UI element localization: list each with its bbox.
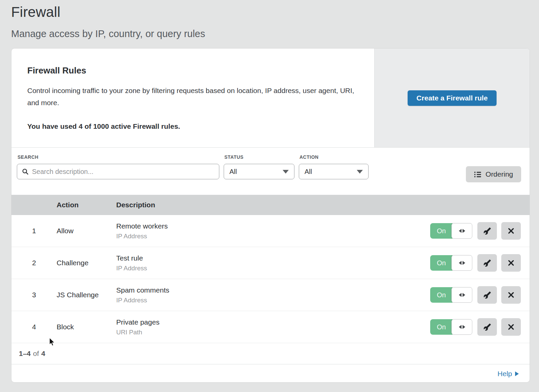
action-filter-group: ACTION All — [299, 154, 369, 179]
pagination-total: 4 — [41, 350, 45, 358]
close-icon — [507, 291, 515, 299]
description-column-header: Description — [116, 201, 530, 209]
rule-description: Spam comments — [116, 286, 430, 294]
rule-enabled-toggle[interactable]: On — [430, 319, 472, 335]
close-icon — [507, 259, 515, 267]
rule-description: Remote workers — [116, 222, 430, 230]
search-input[interactable] — [32, 168, 214, 176]
overview-text: Firewall Rules Control incoming traffic … — [11, 49, 374, 147]
row-controls: On — [430, 222, 530, 240]
search-label: SEARCH — [18, 154, 219, 160]
rule-field: IP Address — [116, 233, 430, 240]
table-row: 3 JS Challenge Spam comments IP Address … — [11, 279, 530, 311]
rule-description: Private pages — [116, 318, 430, 326]
toggle-on-label: On — [430, 319, 452, 335]
toggle-on-label: On — [430, 287, 452, 303]
status-selected-value: All — [229, 168, 237, 176]
wrench-icon — [483, 227, 491, 235]
delete-rule-button[interactable] — [501, 254, 521, 272]
ordering-list-icon — [474, 171, 481, 178]
rule-priority: 2 — [11, 259, 57, 267]
search-box — [17, 164, 219, 179]
ordering-button[interactable]: Ordering — [466, 166, 521, 182]
close-icon — [507, 227, 515, 235]
triangle-left-icon — [459, 229, 462, 233]
triangle-right-icon — [463, 229, 465, 233]
close-icon — [507, 323, 515, 331]
chevron-down-icon — [357, 170, 363, 174]
rule-action: Block — [57, 323, 116, 331]
cta-panel: Create a Firewall rule — [374, 49, 530, 147]
wrench-icon — [483, 291, 491, 299]
delete-rule-button[interactable] — [501, 222, 521, 240]
delete-rule-button[interactable] — [501, 286, 521, 304]
triangle-right-icon — [515, 371, 519, 376]
row-controls: On — [430, 286, 530, 304]
search-icon — [22, 168, 29, 175]
toggle-on-label: On — [430, 223, 452, 239]
triangle-right-icon — [463, 293, 465, 297]
rule-field: IP Address — [116, 297, 430, 304]
rule-priority: 1 — [11, 227, 57, 235]
usage-note: You have used 4 of 1000 active Firewall … — [27, 120, 356, 132]
wrench-icon — [483, 259, 491, 267]
action-select[interactable]: All — [299, 164, 369, 179]
status-select[interactable]: All — [224, 164, 294, 179]
rule-enabled-toggle[interactable]: On — [430, 255, 472, 271]
status-filter-group: STATUS All — [224, 154, 294, 179]
triangle-left-icon — [459, 261, 462, 265]
rule-description: Test rule — [116, 254, 430, 262]
rule-enabled-toggle[interactable]: On — [430, 223, 472, 239]
card-heading: Firewall Rules — [27, 65, 361, 76]
rule-priority: 4 — [11, 323, 57, 331]
status-label: STATUS — [224, 154, 294, 160]
row-controls: On — [430, 318, 530, 336]
edit-rule-button[interactable] — [477, 318, 497, 336]
action-selected-value: All — [305, 168, 312, 176]
rule-description-cell: Spam comments IP Address — [116, 286, 430, 304]
edit-rule-button[interactable] — [477, 254, 497, 272]
pagination-range: 1–4 — [19, 350, 31, 358]
table-row: 4 Block Private pages URI Path On — [11, 311, 530, 343]
toggle-drag-handle[interactable] — [451, 255, 472, 271]
rule-enabled-toggle[interactable]: On — [430, 287, 472, 303]
triangle-left-icon — [459, 293, 462, 297]
table-row: 1 Allow Remote workers IP Address On — [11, 215, 530, 247]
triangle-right-icon — [463, 261, 465, 265]
ordering-button-label: Ordering — [485, 170, 513, 178]
toggle-drag-handle[interactable] — [451, 287, 472, 303]
overview-section: Firewall Rules Control incoming traffic … — [11, 49, 530, 148]
action-column-header: Action — [57, 201, 116, 209]
chevron-down-icon — [283, 170, 289, 174]
edit-rule-button[interactable] — [477, 222, 497, 240]
pagination: 1–4 of 4 — [11, 343, 530, 364]
card-description: Control incoming traffic to your zone by… — [27, 85, 356, 109]
rule-field: IP Address — [116, 265, 430, 272]
search-filter-group: SEARCH — [17, 154, 219, 179]
rule-action: Allow — [57, 227, 116, 235]
rule-action: Challenge — [57, 259, 116, 267]
action-label: ACTION — [299, 154, 369, 160]
rule-description-cell: Private pages URI Path — [116, 318, 430, 336]
pagination-of: of — [33, 350, 39, 358]
triangle-right-icon — [463, 325, 465, 329]
card-footer: Help — [11, 364, 530, 383]
toggle-drag-handle[interactable] — [451, 319, 472, 335]
page-header: Firewall Manage access by IP, country, o… — [0, 0, 539, 40]
toggle-drag-handle[interactable] — [451, 223, 472, 239]
page-subtitle: Manage access by IP, country, or query r… — [11, 28, 539, 40]
edit-rule-button[interactable] — [477, 286, 497, 304]
table-row: 2 Challenge Test rule IP Address On — [11, 247, 530, 279]
delete-rule-button[interactable] — [501, 318, 521, 336]
row-controls: On — [430, 254, 530, 272]
rule-priority: 3 — [11, 291, 57, 299]
rule-field: URI Path — [116, 329, 430, 336]
wrench-icon — [483, 323, 491, 331]
page-title: Firewall — [11, 3, 539, 21]
rule-description-cell: Remote workers IP Address — [116, 222, 430, 240]
rule-action: JS Challenge — [57, 291, 116, 299]
create-firewall-rule-button[interactable]: Create a Firewall rule — [408, 90, 496, 106]
filters-bar: SEARCH STATUS All ACTION All — [11, 148, 530, 195]
help-link[interactable]: Help — [498, 370, 512, 378]
toggle-on-label: On — [430, 255, 452, 271]
